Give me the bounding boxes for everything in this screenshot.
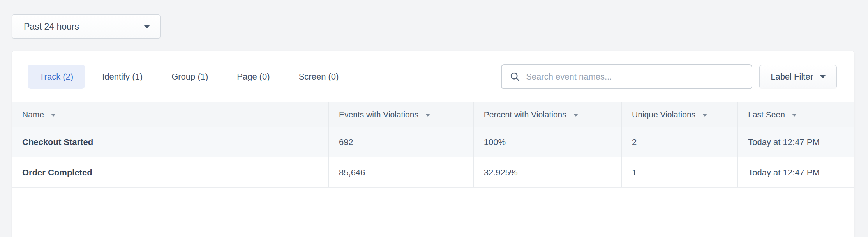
- table-header-row: Name Events with Violations Percent with…: [12, 102, 854, 127]
- time-range-label: Past 24 hours: [24, 21, 79, 32]
- card-header: Track (2) Identify (1) Group (1) Page (0…: [12, 51, 854, 102]
- event-name-cell[interactable]: Order Completed: [12, 157, 329, 188]
- sort-caret-icon: [702, 114, 707, 117]
- tab-identify[interactable]: Identify (1): [90, 65, 154, 89]
- tab-track[interactable]: Track (2): [28, 65, 85, 89]
- column-header-name[interactable]: Name: [12, 102, 329, 127]
- sort-caret-icon: [792, 114, 797, 117]
- table-row[interactable]: Order Completed 85,646 32.925% 1 Today a…: [12, 157, 854, 188]
- label-filter-button[interactable]: Label Filter: [759, 65, 837, 88]
- unique-violations-cell: 2: [622, 127, 738, 157]
- table-body: Checkout Started 692 100% 2 Today at 12:…: [12, 127, 854, 188]
- search-icon: [510, 71, 520, 82]
- violations-card: Track (2) Identify (1) Group (1) Page (0…: [12, 51, 854, 237]
- table-row[interactable]: Checkout Started 692 100% 2 Today at 12:…: [12, 127, 854, 157]
- sort-caret-icon: [425, 114, 430, 117]
- percent-with-violations-cell: 100%: [473, 127, 621, 157]
- column-header-percent-with-violations[interactable]: Percent with Violations: [473, 102, 621, 127]
- percent-with-violations-cell: 32.925%: [473, 157, 621, 188]
- column-header-events-with-violations[interactable]: Events with Violations: [329, 102, 474, 127]
- chevron-down-icon: [820, 75, 826, 78]
- sort-caret-icon: [51, 114, 56, 117]
- last-seen-cell: Today at 12:47 PM: [738, 157, 854, 188]
- sort-caret-icon: [573, 114, 578, 117]
- search-box[interactable]: [501, 64, 752, 89]
- chevron-down-icon: [144, 25, 150, 28]
- column-header-unique-violations[interactable]: Unique Violations: [622, 102, 738, 127]
- event-name-cell[interactable]: Checkout Started: [12, 127, 329, 157]
- event-type-tabs: Track (2) Identify (1) Group (1) Page (0…: [28, 65, 350, 89]
- search-input[interactable]: [526, 72, 745, 82]
- tab-screen[interactable]: Screen (0): [287, 65, 351, 89]
- tab-page[interactable]: Page (0): [225, 65, 281, 89]
- label-filter-label: Label Filter: [771, 72, 813, 82]
- tab-group[interactable]: Group (1): [160, 65, 220, 89]
- events-with-violations-cell: 692: [329, 127, 474, 157]
- header-actions: Label Filter: [501, 64, 837, 89]
- events-with-violations-cell: 85,646: [329, 157, 474, 188]
- time-range-dropdown[interactable]: Past 24 hours: [12, 14, 161, 39]
- unique-violations-cell: 1: [622, 157, 738, 188]
- violations-table: Name Events with Violations Percent with…: [12, 102, 854, 188]
- last-seen-cell: Today at 12:47 PM: [738, 127, 854, 157]
- column-header-last-seen[interactable]: Last Seen: [738, 102, 854, 127]
